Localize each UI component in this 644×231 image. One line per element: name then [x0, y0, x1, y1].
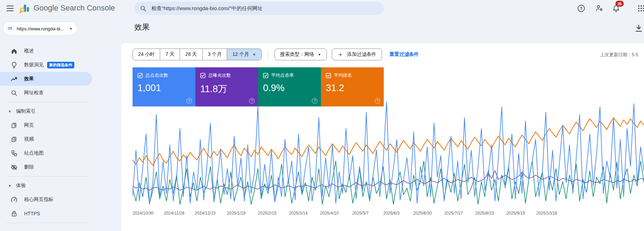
date-range-label: 28 天 [185, 51, 197, 58]
x-axis-label: 2024/11/26 [164, 211, 184, 216]
sidebar-item-label: 数据洞见 [24, 62, 44, 68]
sidebar-item-站点地图[interactable]: 站点地图 [0, 146, 108, 160]
url-inspect-search-input[interactable]: 检查“https://www.rongda-bio.com/”中的任何网址 [134, 2, 384, 15]
home-icon [10, 47, 18, 55]
sidebar-section-label: 体验 [16, 182, 26, 189]
metric-label: 总曝光次数 [208, 72, 231, 79]
metric-card-平均排名[interactable]: 平均排名 31.2 ? [321, 67, 384, 106]
new-filters-badge: 新的筛选条件 [47, 62, 74, 68]
sidebar-divider [6, 223, 87, 223]
sidebar-nav: 概述数据洞见新的筛选条件效果网址检查▼编制索引网页视频站点地图删除▼体验核心网页… [0, 44, 108, 223]
date-range-28 天[interactable]: 28 天 [180, 49, 202, 60]
chart-canvas [133, 102, 644, 210]
last-updated-text: 上次更新日期：5.5 [600, 52, 638, 58]
add-filter-button[interactable]: ＋ 添加过滤条件 [332, 49, 382, 60]
date-range-label: 12 个月 [232, 51, 249, 58]
chevron-down-icon: ▼ [69, 27, 73, 31]
sidebar-item-核心网页指标[interactable]: 核心网页指标 [0, 193, 108, 207]
sidebar-section-11[interactable]: ▼体验 [0, 179, 108, 193]
sitemap-icon [10, 150, 18, 157]
sidebar-item-概述[interactable]: 概述 [0, 44, 108, 58]
checked-checkbox-icon[interactable] [137, 73, 143, 78]
notification-count-badge: 35 [615, 1, 624, 7]
date-range-label: 24 小时 [138, 51, 155, 58]
sidebar-item-数据洞见[interactable]: 数据洞见新的筛选条件 [0, 58, 108, 72]
sidebar-item-HTTPS[interactable]: HTTPS [0, 207, 108, 221]
date-range-label: 7 天 [165, 51, 174, 58]
sidebar-section-5[interactable]: ▼编制索引 [0, 104, 108, 118]
date-range-24 小时[interactable]: 24 小时 [133, 49, 160, 60]
x-axis-label: 2025/6/30 [413, 211, 432, 216]
metric-label: 平均排名 [334, 72, 352, 79]
property-label: https://www.rongda-bi... [17, 26, 67, 31]
caret-down-icon: ▼ [8, 110, 12, 113]
gauge-icon [10, 196, 18, 203]
metric-card-总点击次数[interactable]: 总点击次数 1,001 ? [133, 67, 195, 106]
sidebar-item-效果[interactable]: 效果 [0, 72, 92, 86]
metric-value: 31.2 [326, 83, 379, 94]
sidebar-item-label: HTTPS [24, 211, 40, 216]
eye-off-icon [10, 164, 18, 171]
video-icon [10, 136, 18, 143]
user-settings-icon[interactable] [594, 3, 604, 13]
sidebar-section-label: 编制索引 [16, 108, 36, 114]
date-range-7 天[interactable]: 7 天 [160, 49, 180, 60]
chevron-down-icon: ▼ [318, 53, 321, 57]
metric-card-总曝光次数[interactable]: 总曝光次数 11.8万 ? [195, 67, 258, 106]
product-name: Google Search Console [33, 3, 115, 13]
x-axis-label: 2025/7/27 [444, 211, 463, 216]
date-range-label: 3 个月 [208, 51, 222, 58]
search-type-dropdown[interactable]: 搜索类型：网络 ▼ [275, 49, 327, 60]
sidebar-item-label: 视频 [24, 136, 34, 142]
x-axis-label: 2025/1/19 [227, 211, 245, 216]
metric-value: 11.8万 [200, 83, 253, 95]
search-type-label: 搜索类型：网络 [280, 51, 314, 58]
add-filter-label: 添加过滤条件 [347, 51, 376, 58]
checked-checkbox-icon[interactable] [200, 73, 205, 78]
date-range-12 个月[interactable]: 12 个月▼ [227, 49, 261, 60]
checked-checkbox-icon[interactable] [326, 73, 331, 78]
google-search-console-app: { "topbar": { "product_name": "Google Se… [0, 0, 644, 231]
magnifier-icon [10, 89, 18, 97]
x-axis-label: 2025/3/14 [289, 211, 307, 216]
x-axis-label: 2025/6/3 [383, 211, 400, 216]
sidebar-item-视频[interactable]: 视频 [0, 132, 108, 146]
performance-chart [133, 102, 644, 210]
x-axis-label: 2025/5/7 [352, 211, 369, 216]
metric-label: 总点击次数 [145, 72, 168, 79]
svg-text:?: ? [580, 6, 582, 11]
date-range-segmented-control: 24 小时7 天28 天3 个月12 个月▼ [133, 49, 262, 60]
page-title: 效果 [134, 22, 150, 32]
sidebar: https://www.rongda-bi... ▼ 概述数据洞见新的筛选条件效… [0, 17, 108, 231]
apps-grid-icon[interactable] [636, 3, 644, 13]
topbar: Google Search Console 检查“https://www.ron… [0, 0, 644, 17]
chevron-down-icon: ▼ [253, 53, 256, 57]
x-axis-label: 2025/8/23 [475, 211, 494, 216]
caret-down-icon: ▼ [8, 184, 12, 188]
reset-filters-link[interactable]: 重置过滤条件 [390, 51, 419, 58]
search-placeholder: 检查“https://www.rongda-bio.com/”中的任何网址 [151, 5, 263, 12]
sidebar-item-label: 删除 [24, 164, 34, 170]
sidebar-item-label: 效果 [24, 76, 34, 82]
sidebar-item-网址检查[interactable]: 网址检查 [0, 86, 108, 100]
sidebar-item-网页[interactable]: 网页 [0, 118, 108, 132]
menu-icon[interactable] [6, 4, 15, 13]
date-range-3 个月[interactable]: 3 个月 [202, 49, 227, 60]
x-axis-label: 2025/9/19 [506, 211, 525, 216]
pages-icon [10, 122, 18, 129]
property-selector[interactable]: https://www.rongda-bi... ▼ [3, 22, 77, 36]
search-icon [140, 5, 147, 12]
metric-value: 1,001 [137, 83, 190, 94]
metric-value: 0.9% [263, 83, 316, 94]
checked-checkbox-icon[interactable] [263, 73, 268, 78]
sidebar-item-label: 核心网页指标 [24, 196, 53, 203]
lock-icon [10, 210, 18, 217]
export-download-icon[interactable] [634, 24, 643, 33]
property-favicon [7, 26, 14, 31]
filter-row: 24 小时7 天28 天3 个月12 个月▼ 搜索类型：网络 ▼ ＋ 添加过滤条… [133, 49, 419, 60]
sidebar-item-删除[interactable]: 删除 [0, 160, 108, 174]
help-icon[interactable]: ? [576, 3, 586, 13]
metric-card-平均点击率[interactable]: 平均点击率 0.9% ? [258, 67, 321, 106]
search-console-logo-icon [20, 3, 30, 14]
metric-cards: 总点击次数 1,001 ? 总曝光次数 11.8万 ? 平均点击率 0.9% ?… [133, 67, 384, 106]
